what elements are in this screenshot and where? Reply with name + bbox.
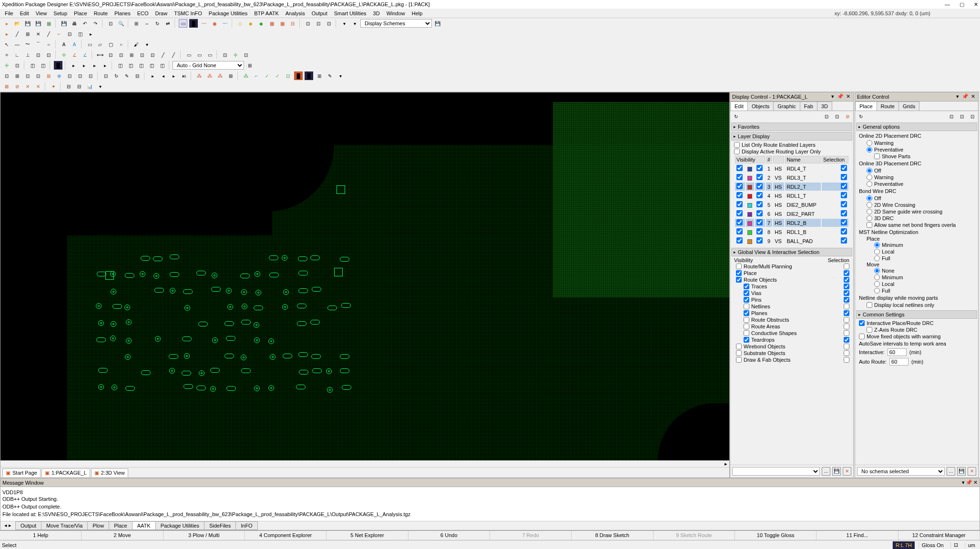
net-icon[interactable]: 〰 <box>221 19 229 28</box>
gridset-icon[interactable]: ⊞ <box>245 61 254 70</box>
snap2-icon[interactable]: ∟ <box>13 51 21 59</box>
menu-file[interactable]: File <box>2 10 16 17</box>
q6-icon[interactable]: ⌐ <box>252 71 261 80</box>
status-cb-icon[interactable]: ⊡ <box>950 542 961 548</box>
snap3-icon[interactable]: ⊥ <box>23 51 32 59</box>
gv-item[interactable]: Draw & Fab Objects <box>734 356 849 363</box>
shove-check[interactable]: Shove Parts <box>859 153 974 160</box>
tool-a-icon[interactable]: ▸ <box>2 30 11 38</box>
movefixed-check[interactable]: Move fixed objects with warning <box>859 333 974 340</box>
display-schemes-combo[interactable]: Display Schemes <box>360 19 432 28</box>
autoroute-field[interactable] <box>889 358 909 366</box>
mv-full-radio[interactable]: Full <box>859 287 974 294</box>
angle2-icon[interactable]: ∠ <box>81 51 89 59</box>
dc-opt3-icon[interactable]: ⊘ <box>843 112 852 121</box>
gv-item[interactable]: Route Areas <box>734 323 849 330</box>
del-icon[interactable]: ⊠ <box>2 82 11 91</box>
layer-display-section[interactable]: Layer Display <box>731 132 852 141</box>
layer-row[interactable]: 5HSDIE2_BUMP <box>735 201 848 209</box>
p12-icon[interactable]: ✎ <box>122 71 131 80</box>
p4-icon[interactable]: ⊡ <box>34 71 42 80</box>
dc-tab-edit[interactable]: Edit <box>730 102 748 111</box>
q11-icon[interactable]: █ <box>305 71 313 80</box>
global-view-section[interactable]: Global View & Interactive Selection <box>731 248 852 256</box>
menu-3d[interactable]: 3D <box>370 10 383 17</box>
fn-cell[interactable]: 3 Plow / Multi <box>163 531 245 540</box>
r2-icon[interactable]: ▸ <box>80 61 88 70</box>
ec-b3-icon[interactable]: ✕ <box>968 467 976 476</box>
trace-icon[interactable]: 〰 <box>200 19 208 28</box>
msg-pin-icon[interactable]: 📌 <box>966 479 972 486</box>
gv-item[interactable]: Wirebond Objects <box>734 343 849 350</box>
text2-icon[interactable]: A <box>70 40 79 49</box>
r8-icon[interactable]: ◫ <box>147 61 156 70</box>
shape2-icon[interactable]: ▱ <box>96 40 104 49</box>
undo-icon[interactable]: ↶ <box>81 19 89 28</box>
arrow-icon[interactable]: ↖ <box>2 40 11 49</box>
msg-tab[interactable]: InFO <box>235 521 257 530</box>
q10-icon[interactable]: █ <box>294 71 303 80</box>
message-body[interactable]: VDD1P8ODB++ Output Starting.ODB++ Output… <box>0 487 980 521</box>
origin-icon[interactable]: ✦ <box>49 82 58 91</box>
rect3-icon[interactable]: ▭ <box>205 51 214 59</box>
scheme-save-icon[interactable]: 💾 <box>433 19 442 28</box>
ec-opt3-icon[interactable]: ⊡ <box>968 112 977 121</box>
save-icon[interactable]: 💾 <box>23 19 32 28</box>
menu-help[interactable]: Help <box>409 10 426 17</box>
eyedrop-icon[interactable]: 🖌 <box>132 40 141 49</box>
tool-c-icon[interactable]: ⊞ <box>23 30 32 38</box>
text-icon[interactable]: A <box>60 40 68 49</box>
gv-item[interactable]: Pins <box>734 296 849 303</box>
grid-icon[interactable]: ⊞ <box>132 19 141 28</box>
mirror-icon[interactable]: ⇄ <box>163 19 172 28</box>
ec-b2-icon[interactable]: 💾 <box>957 467 966 476</box>
arc-icon[interactable]: ⌒ <box>34 40 42 49</box>
gv-item[interactable]: Place <box>734 270 849 276</box>
route3-icon[interactable]: ⊡ <box>325 19 333 28</box>
warn3d-radio[interactable]: Warning <box>859 174 974 181</box>
rotate-icon[interactable]: ↻ <box>153 19 162 28</box>
fit-icon[interactable]: ⊡ <box>106 19 115 28</box>
menu-analysis[interactable]: Analysis <box>283 10 308 17</box>
movexy-icon[interactable]: ⊡ <box>13 61 21 70</box>
msg-tab[interactable]: Package Utilities <box>155 521 204 530</box>
hl2-icon[interactable]: ⊟ <box>75 82 83 91</box>
pad6-icon[interactable]: ⊟ <box>288 19 297 28</box>
prev-radio[interactable]: Preventative <box>859 146 974 153</box>
q3-icon[interactable]: ⁂ <box>216 71 225 80</box>
ec-opt2-icon[interactable]: ⊡ <box>958 112 966 121</box>
dropdown2-icon[interactable]: ▾ <box>350 19 359 28</box>
q4-icon[interactable]: ⊞ <box>226 71 235 80</box>
meas6-icon[interactable]: ⊡ <box>148 51 157 59</box>
p13-icon[interactable]: ⊟ <box>133 71 142 80</box>
p10-icon[interactable]: ⊡ <box>102 71 110 80</box>
dc-tab-fab[interactable]: Fab <box>800 102 817 111</box>
print-icon[interactable]: 💾 <box>60 19 68 28</box>
new-icon[interactable]: ▸ <box>2 19 11 28</box>
dc-opt1-icon[interactable]: ⊡ <box>822 112 831 121</box>
snap1-icon[interactable]: ✧ <box>2 51 11 59</box>
fn-cell[interactable]: 4 Component Explorer <box>245 531 327 540</box>
layer-row[interactable]: 9VSBALL_PAD <box>735 237 848 245</box>
dropdown1-icon[interactable]: ▾ <box>340 19 348 28</box>
rect2-icon[interactable]: ▭ <box>195 51 204 59</box>
fn-cell[interactable]: 8 Draw Sketch <box>572 531 653 540</box>
msg-tab[interactable]: Plow <box>87 521 109 530</box>
layer-row[interactable]: 1HSRDL4_T <box>735 164 848 173</box>
ec-opt1-icon[interactable]: ⊡ <box>947 112 956 121</box>
hl3-icon[interactable]: 📊 <box>85 82 94 91</box>
mv-local-radio[interactable]: Local <box>859 281 974 287</box>
fn-cell[interactable]: 10 Toggle Gloss <box>735 531 817 540</box>
prev3d-radio[interactable]: Preventative <box>859 181 974 187</box>
route1-icon[interactable]: ⊡ <box>304 19 312 28</box>
shape4-icon[interactable]: ○ <box>117 40 125 49</box>
msg-tab[interactable]: SideFiles <box>204 521 236 530</box>
menu-window[interactable]: Window <box>384 10 408 17</box>
del3-icon[interactable]: ✕ <box>34 82 42 91</box>
polyline-icon[interactable]: 〜 <box>23 40 32 49</box>
msg-tab[interactable]: Output <box>15 521 41 530</box>
center-icon[interactable]: ✢ <box>231 51 240 59</box>
common-settings-section[interactable]: Common Settings <box>856 310 977 319</box>
fn-cell[interactable]: 2 Move <box>82 531 163 540</box>
layer-row[interactable]: 3HSRDL2_T <box>735 183 848 191</box>
